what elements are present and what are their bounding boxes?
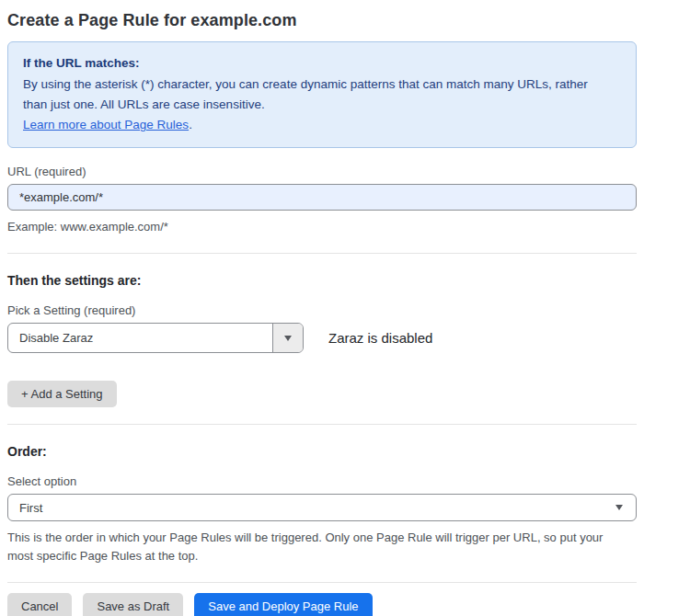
url-input[interactable] bbox=[7, 184, 637, 211]
order-select-value: First bbox=[19, 501, 42, 515]
settings-section-heading: Then the settings are: bbox=[7, 273, 637, 288]
select-option-label: Select option bbox=[7, 474, 637, 488]
divider bbox=[7, 253, 637, 254]
info-box-body: By using the asterisk (*) character, you… bbox=[23, 74, 612, 115]
url-example-text: Example: www.example.com/* bbox=[7, 218, 626, 236]
learn-more-link[interactable]: Learn more about Page Rules bbox=[23, 118, 189, 131]
chevron-down-icon bbox=[615, 505, 623, 510]
order-help-text: This is the order in which your Page Rul… bbox=[7, 529, 626, 565]
order-select[interactable]: First bbox=[7, 494, 637, 521]
order-section-heading: Order: bbox=[7, 444, 637, 459]
form-actions: Cancel Save as Draft Save and Deploy Pag… bbox=[7, 593, 637, 616]
page-title: Create a Page Rule for example.com bbox=[7, 11, 637, 30]
create-page-rule-page: Create a Page Rule for example.com If th… bbox=[0, 0, 690, 616]
form-content: Create a Page Rule for example.com If th… bbox=[7, 11, 637, 616]
info-box-heading: If the URL matches: bbox=[23, 53, 621, 74]
setting-row: Disable Zaraz Zaraz is disabled bbox=[7, 323, 637, 353]
setting-status-text: Zaraz is disabled bbox=[328, 330, 432, 346]
cancel-button[interactable]: Cancel bbox=[7, 593, 72, 616]
url-match-info-box: If the URL matches: By using the asteris… bbox=[7, 41, 637, 148]
divider bbox=[7, 424, 637, 425]
save-and-deploy-button[interactable]: Save and Deploy Page Rule bbox=[194, 593, 372, 616]
link-suffix: . bbox=[189, 118, 192, 131]
setting-dropdown-value: Disable Zaraz bbox=[8, 324, 272, 352]
pick-setting-label: Pick a Setting (required) bbox=[7, 303, 637, 317]
add-setting-button[interactable]: + Add a Setting bbox=[7, 381, 117, 407]
chevron-down-icon bbox=[284, 336, 292, 341]
info-box-link-line: Learn more about Page Rules. bbox=[23, 115, 621, 135]
setting-dropdown-arrow-button[interactable] bbox=[272, 324, 303, 352]
setting-dropdown[interactable]: Disable Zaraz bbox=[7, 323, 304, 353]
url-field-label: URL (required) bbox=[7, 165, 637, 178]
save-as-draft-button[interactable]: Save as Draft bbox=[83, 593, 183, 616]
divider bbox=[7, 582, 637, 583]
